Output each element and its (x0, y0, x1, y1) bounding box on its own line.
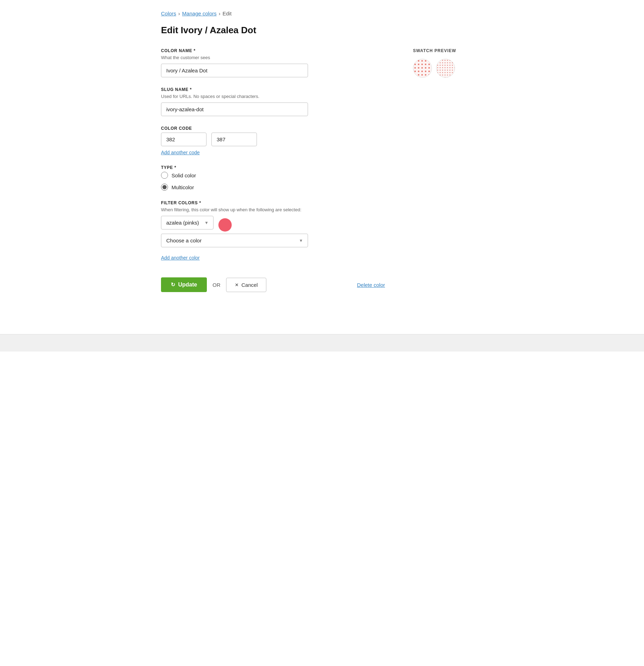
slug-name-hint: Used for URLs. No spaces or special char… (161, 94, 385, 99)
filter-color-select-wrapper-2: Choose a color ▼ (161, 234, 308, 247)
add-another-code-button[interactable]: Add another code (161, 150, 200, 155)
breadcrumb: Colors › Manage colors › Edit (161, 10, 483, 16)
type-label: TYPE * (161, 165, 385, 170)
filter-color-select-wrapper-1: azalea (pinks) ▼ (161, 216, 214, 229)
swatch-preview-large (413, 59, 432, 78)
radio-solid-option[interactable]: Solid color (161, 172, 385, 179)
form-section: COLOR NAME * What the customer sees SLUG… (161, 48, 385, 292)
bottom-bar (0, 334, 644, 352)
azalea-color-dot (218, 218, 232, 232)
slug-name-input[interactable] (161, 102, 308, 116)
actions-row: ↻ Update OR ✕ Cancel Delete color (161, 277, 385, 292)
slug-name-field: SLUG NAME * Used for URLs. No spaces or … (161, 87, 385, 116)
add-another-color-button[interactable]: Add another color (161, 255, 200, 261)
cancel-label: Cancel (241, 282, 258, 288)
radio-solid-input[interactable] (161, 172, 168, 179)
color-code-field: COLOR CODE Add another code (161, 126, 385, 155)
filter-colors-label: FILTER COLORS * (161, 200, 385, 205)
breadcrumb-manage-link[interactable]: Manage colors (182, 10, 216, 16)
filter-colors-field: FILTER COLORS * When filtering, this col… (161, 200, 385, 261)
radio-multicolor-option[interactable]: Multicolor (161, 184, 385, 191)
radio-solid-label: Solid color (172, 172, 196, 178)
slug-name-label: SLUG NAME * (161, 87, 385, 92)
breadcrumb-colors-link[interactable]: Colors (161, 10, 176, 16)
color-name-input[interactable] (161, 64, 308, 77)
or-label: OR (212, 282, 220, 288)
refresh-icon: ↻ (171, 282, 175, 288)
update-button[interactable]: ↻ Update (161, 277, 207, 292)
type-field: TYPE * Solid color Multicolor (161, 165, 385, 191)
update-label: Update (178, 282, 197, 288)
swatch-previews (413, 59, 483, 78)
color-name-label: COLOR NAME * (161, 48, 385, 53)
breadcrumb-current: Edit (223, 10, 232, 16)
swatch-preview-section: SWATCH PREVIEW (413, 48, 483, 78)
type-radio-group: Solid color Multicolor (161, 172, 385, 191)
color-code-label: COLOR CODE (161, 126, 385, 131)
x-icon: ✕ (235, 282, 239, 288)
filter-colors-hint: When filtering, this color will show up … (161, 207, 385, 212)
color-code-input-1[interactable] (161, 133, 206, 146)
color-code-input-2[interactable] (211, 133, 257, 146)
radio-multicolor-input[interactable] (161, 184, 168, 191)
filter-color-select-1[interactable]: azalea (pinks) (161, 216, 214, 229)
code-inputs (161, 133, 385, 146)
page-title: Edit Ivory / Azalea Dot (161, 25, 483, 36)
delete-color-button[interactable]: Delete color (357, 282, 385, 288)
swatch-preview-small (436, 59, 455, 78)
color-name-hint: What the customer sees (161, 55, 385, 60)
filter-color-row-1: azalea (pinks) ▼ (161, 216, 385, 234)
radio-multicolor-label: Multicolor (172, 184, 194, 190)
filter-color-select-2[interactable]: Choose a color (161, 234, 308, 247)
cancel-button[interactable]: ✕ Cancel (226, 278, 267, 292)
color-name-field: COLOR NAME * What the customer sees (161, 48, 385, 77)
swatch-preview-title: SWATCH PREVIEW (413, 48, 483, 53)
